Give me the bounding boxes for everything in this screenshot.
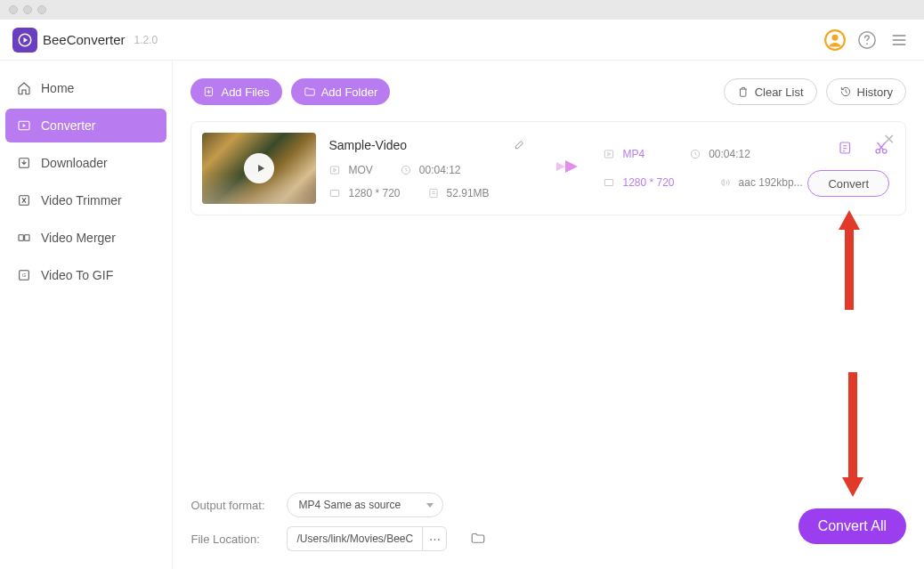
file-card: ✕ Sample-Video MOV 00:04:12 — [190, 121, 906, 215]
button-label: Clear List — [755, 85, 804, 99]
app-version: 1.2.0 — [134, 34, 158, 46]
gif-icon: G — [16, 268, 32, 282]
minimize-window-icon[interactable] — [23, 5, 32, 14]
more-options-button[interactable]: ⋯ — [422, 526, 447, 551]
convert-all-button[interactable]: Convert All — [798, 508, 906, 544]
sidebar: Home Converter Downloader Video Trimmer … — [0, 61, 173, 569]
svg-rect-15 — [331, 190, 339, 196]
svg-rect-9 — [25, 235, 29, 241]
output-format-label: Output format: — [190, 499, 271, 512]
converter-icon — [16, 118, 32, 133]
svg-rect-13 — [331, 166, 339, 173]
sidebar-item-merger[interactable]: Video Merger — [5, 221, 166, 255]
sidebar-item-label: Downloader — [41, 156, 108, 170]
output-resolution[interactable]: 1280 * 720 — [622, 176, 674, 189]
sidebar-item-label: Home — [41, 81, 74, 95]
clear-list-button[interactable]: Clear List — [724, 78, 817, 105]
sidebar-item-converter[interactable]: Converter — [5, 109, 166, 142]
sidebar-item-label: Converter — [41, 118, 95, 133]
app-title: BeeConverter — [43, 32, 126, 47]
sidebar-item-downloader[interactable]: Downloader — [5, 146, 166, 180]
help-icon[interactable] — [855, 28, 879, 53]
subtitle-icon[interactable] — [838, 140, 854, 159]
button-label: History — [857, 85, 893, 99]
file-name: Sample-Video — [328, 138, 407, 152]
source-resolution: 1280 * 720 — [348, 187, 400, 199]
button-label: Convert — [828, 177, 869, 191]
svg-rect-16 — [429, 189, 436, 197]
sidebar-item-label: Video Merger — [41, 231, 116, 245]
merger-icon — [16, 231, 32, 245]
svg-rect-19 — [605, 180, 613, 186]
downloader-icon — [16, 156, 32, 170]
play-icon — [244, 153, 274, 183]
add-folder-button[interactable]: Add Folder — [291, 78, 391, 105]
convert-button[interactable]: Convert — [807, 170, 889, 197]
edit-name-icon[interactable] — [514, 138, 526, 153]
main-panel: Add Files Add Folder Clear List History … — [173, 61, 924, 569]
history-button[interactable]: History — [826, 78, 906, 105]
button-label: Add Files — [221, 85, 269, 99]
output-duration: 00:04:12 — [709, 148, 750, 160]
app-header: BeeConverter 1.2.0 — [0, 20, 924, 61]
toolbar: Add Files Add Folder Clear List History — [190, 78, 906, 105]
output-format-select[interactable]: MP4 Same as source — [287, 492, 443, 517]
maximize-window-icon[interactable] — [37, 5, 46, 14]
sidebar-item-trimmer[interactable]: Video Trimmer — [5, 183, 166, 217]
app-logo-icon — [12, 28, 37, 53]
video-thumbnail[interactable] — [202, 133, 316, 204]
file-location-input[interactable]: /Users/link/Movies/BeeC — [287, 526, 422, 551]
sidebar-item-gif[interactable]: G Video To GIF — [5, 258, 166, 292]
select-value: MP4 Same as source — [298, 499, 401, 511]
trimmer-icon — [16, 193, 32, 207]
close-icon[interactable]: ✕ — [883, 131, 895, 148]
svg-text:G: G — [22, 272, 26, 278]
sidebar-item-label: Video To GIF — [41, 268, 113, 282]
home-icon — [16, 81, 32, 95]
annotation-arrow-icon — [835, 363, 871, 506]
sidebar-item-home[interactable]: Home — [5, 71, 166, 105]
add-files-button[interactable]: Add Files — [190, 78, 281, 105]
sidebar-item-label: Video Trimmer — [41, 193, 122, 207]
svg-point-2 — [832, 34, 839, 40]
source-size: 52.91MB — [447, 187, 490, 199]
source-duration: 00:04:12 — [419, 164, 461, 176]
svg-rect-17 — [605, 150, 613, 158]
button-label: Convert All — [818, 518, 887, 534]
window-titlebar — [0, 0, 924, 20]
menu-icon[interactable] — [887, 28, 912, 53]
open-folder-icon[interactable] — [470, 530, 486, 549]
account-icon[interactable] — [823, 28, 847, 53]
path-value: /Users/link/Movies/BeeC — [296, 532, 413, 545]
svg-point-4 — [866, 43, 868, 45]
svg-rect-8 — [19, 235, 23, 241]
button-label: Add Folder — [321, 85, 378, 99]
output-format[interactable]: MP4 — [622, 148, 644, 160]
close-window-icon[interactable] — [9, 5, 18, 14]
arrow-icon — [555, 157, 581, 180]
source-format: MOV — [348, 164, 372, 176]
output-audio: aac 192kbp... — [739, 176, 803, 189]
file-location-label: File Location: — [190, 532, 271, 546]
